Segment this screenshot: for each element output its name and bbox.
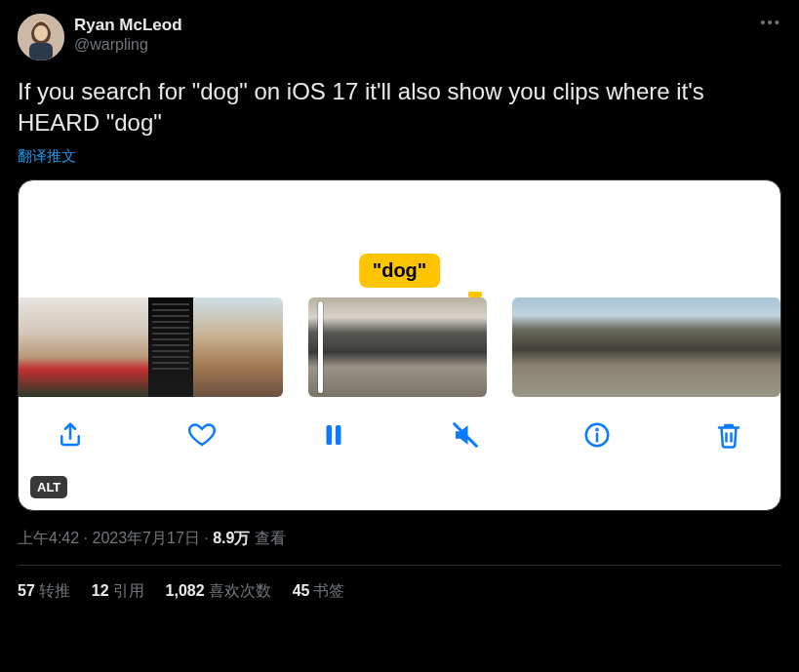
stat-retweets[interactable]: 57转推 <box>18 581 70 602</box>
more-button[interactable]: ••• <box>760 14 781 30</box>
timeline-frame <box>398 297 443 397</box>
timeline-frame <box>353 297 398 397</box>
timeline-frame <box>736 297 780 397</box>
pause-button[interactable] <box>317 418 350 452</box>
author-block[interactable]: Ryan McLeod @warpling <box>74 16 182 55</box>
svg-point-9 <box>596 429 597 430</box>
timeline-frame <box>442 297 487 397</box>
stat-likes[interactable]: 1,082喜欢次数 <box>166 581 271 602</box>
timeline-frame <box>691 297 736 397</box>
svg-rect-5 <box>336 425 341 445</box>
like-button[interactable] <box>185 418 219 452</box>
timeline-frame <box>512 297 557 397</box>
svg-point-2 <box>34 25 48 41</box>
clip-group[interactable] <box>18 297 283 397</box>
media-top-area: "dog" <box>19 180 780 297</box>
mute-button[interactable] <box>449 418 482 452</box>
tweet-meta: 上午4:42 · 2023年7月17日 · 8.9万 查看 <box>18 529 781 549</box>
stat-bookmarks[interactable]: 45书签 <box>293 581 345 602</box>
heart-icon <box>187 420 217 450</box>
svg-rect-4 <box>327 425 333 445</box>
timeline-frame <box>557 297 602 397</box>
views-label: 查看 <box>250 530 285 546</box>
views-count: 8.9万 <box>213 530 250 546</box>
pause-icon <box>319 420 348 450</box>
share-icon <box>56 420 85 450</box>
tweet-text: If you search for "dog" on iOS 17 it'll … <box>18 76 781 139</box>
timeline-frame <box>308 297 353 397</box>
tweet-header: Ryan McLeod @warpling ••• <box>18 14 781 60</box>
timeline-frame <box>647 297 692 397</box>
clip-group[interactable] <box>308 297 487 397</box>
playhead-tick <box>468 292 482 297</box>
info-button[interactable] <box>580 418 614 452</box>
tweet-date[interactable]: 2023年7月17日 <box>92 530 199 546</box>
search-term-badge: "dog" <box>359 254 441 288</box>
alt-badge[interactable]: ALT <box>30 476 67 498</box>
avatar[interactable] <box>18 14 64 60</box>
share-button[interactable] <box>54 418 87 452</box>
timeline-frame <box>238 297 283 397</box>
timeline-frame <box>104 297 149 397</box>
timeline-frame <box>602 297 647 397</box>
trash-button[interactable] <box>712 418 745 452</box>
trash-icon <box>714 420 743 450</box>
tweet-time[interactable]: 上午4:42 <box>18 530 79 546</box>
media-attachment[interactable]: "dog" <box>18 179 781 511</box>
mute-icon <box>451 420 480 450</box>
display-name: Ryan McLeod <box>74 16 182 35</box>
timeline-frame <box>60 297 104 397</box>
tweet-container: Ryan McLeod @warpling ••• If you search … <box>0 0 799 602</box>
handle: @warpling <box>74 35 182 54</box>
timeline-frame <box>148 297 193 397</box>
video-timeline[interactable] <box>19 297 780 397</box>
timeline-frame <box>193 297 238 397</box>
info-icon <box>582 420 612 450</box>
translate-link[interactable]: 翻译推文 <box>18 147 76 166</box>
media-toolbar <box>19 397 780 452</box>
stat-quotes[interactable]: 12引用 <box>92 581 144 602</box>
clip-group[interactable] <box>512 297 780 397</box>
timeline-frame <box>18 297 60 397</box>
svg-rect-3 <box>29 43 53 60</box>
tweet-stats: 57转推 12引用 1,082喜欢次数 45书签 <box>18 566 781 602</box>
